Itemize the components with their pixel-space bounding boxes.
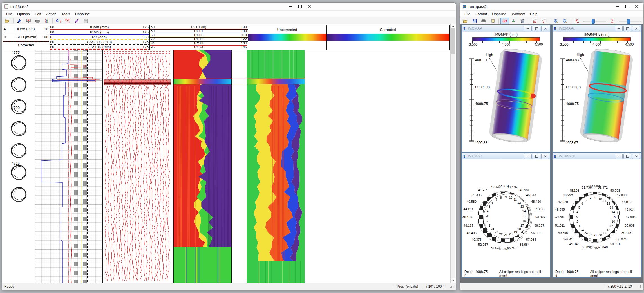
pipe-3d[interactable]	[488, 47, 543, 144]
child-minimize-button[interactable]	[615, 26, 623, 31]
print-log-button[interactable]	[33, 17, 42, 24]
top-log-button[interactable]: TOP	[63, 17, 72, 24]
pan-y-button[interactable]: Y	[608, 18, 617, 24]
scroll-up-button[interactable]	[451, 24, 455, 29]
imgmapc-3d-window: IMGMAPc IMGMAPc (mm) 3.500 4.000 4.500	[552, 25, 642, 153]
child-minimize-button[interactable]	[524, 26, 532, 31]
finger-number: 4	[487, 209, 488, 213]
screen-display-button[interactable]	[24, 17, 33, 24]
print-button[interactable]	[479, 18, 488, 24]
texture-button[interactable]	[509, 18, 518, 24]
mesh-button[interactable]	[518, 18, 527, 24]
menu-edit[interactable]: Edit	[32, 11, 44, 17]
menu-unpause[interactable]: Unpause	[73, 11, 92, 17]
radius-value: 41.235	[478, 188, 488, 192]
close-icon	[635, 5, 638, 8]
radius-value: 51.256	[534, 207, 544, 211]
rotate-xy-button[interactable]: XY	[531, 18, 539, 24]
finger-trace	[150, 56, 156, 281]
pipe-3d-plot[interactable]: High 4687.11 Depth (ft) 4688.75 4690.38	[462, 46, 549, 148]
finger-number: 2	[487, 219, 488, 222]
zoom-out-button[interactable]	[561, 18, 569, 24]
child-minimize-button[interactable]	[524, 154, 532, 159]
pipe-3d-plot[interactable]: High 4683.83 Depth (ft) 4688.75 4693.67	[553, 46, 640, 148]
close-button[interactable]	[305, 3, 314, 10]
child-close-button[interactable]	[632, 154, 640, 159]
child-close-button[interactable]	[632, 26, 640, 31]
annotate-button[interactable]	[72, 17, 81, 24]
finger-trace	[137, 56, 140, 281]
child-titlebar[interactable]: IMGMAPc	[553, 153, 641, 160]
save-button[interactable]	[81, 17, 90, 24]
x-slider-thumb[interactable]	[592, 19, 595, 24]
tick-label: 4.500	[625, 43, 634, 46]
depth-label: 4700	[12, 106, 20, 110]
finger-number: 12	[517, 201, 521, 204]
zoom-in-button[interactable]	[552, 18, 560, 24]
rotate-z-button[interactable]: Z	[540, 18, 548, 24]
maximize-button[interactable]	[622, 3, 632, 10]
child-title: IMGMAPc	[559, 154, 614, 158]
y-slider-thumb[interactable]	[627, 19, 630, 24]
pan-x-button[interactable]: X	[573, 18, 581, 24]
child-restore-button[interactable]	[533, 154, 540, 159]
depth-shift-button[interactable]: C	[54, 17, 63, 24]
x-rotation-slider[interactable]	[583, 21, 606, 22]
child-titlebar[interactable]: IMGMAP	[462, 153, 550, 160]
curve-display-button[interactable]	[42, 17, 51, 24]
erase-log-button[interactable]	[15, 17, 24, 24]
depth-axis-label: Depth (ft)	[475, 85, 490, 89]
caliper-section-plot: 149.896251.011352.526449.855547.020646.2…	[553, 159, 640, 264]
save-icon	[84, 19, 88, 23]
child-restore-button[interactable]	[533, 26, 540, 31]
y-rotation-slider[interactable]	[619, 21, 641, 22]
3d-view-toggle[interactable]: 3D	[500, 18, 509, 24]
save-button[interactable]	[470, 18, 479, 24]
child-restore-button[interactable]	[623, 26, 631, 31]
log-scrollbar[interactable]	[450, 24, 455, 283]
tick-label: 3.500	[469, 43, 478, 46]
maximize-button[interactable]	[295, 3, 305, 10]
child-restore-button[interactable]	[623, 154, 631, 159]
header-row: 4IDAV (mm)10	[3, 25, 49, 33]
section-footer: Depth: 4688.75 ft All caliper readings a…	[462, 271, 550, 276]
minimize-button[interactable]	[613, 3, 622, 10]
menu-window[interactable]: Window	[509, 11, 527, 17]
open-file-button[interactable]	[3, 17, 12, 24]
open-file-button[interactable]	[461, 18, 470, 24]
toolbar-separator	[550, 19, 550, 24]
menu-help[interactable]: Help	[527, 11, 540, 17]
menu-unpause[interactable]: Unpause	[489, 11, 509, 17]
radius-value: 49.896	[558, 231, 568, 234]
child-close-button[interactable]	[541, 26, 549, 31]
minimize-button[interactable]	[286, 3, 295, 10]
menu-file[interactable]: File	[4, 11, 15, 17]
menu-tools[interactable]: Tools	[59, 11, 72, 17]
scroll-thumb[interactable]	[451, 29, 455, 54]
child-close-button[interactable]	[541, 154, 549, 159]
3d-view-uncorrected[interactable]: IMGMAP (mm) 3.500 4.000 4.500	[462, 32, 550, 152]
menu-action[interactable]: Action	[44, 11, 59, 17]
copy-page-button[interactable]	[488, 18, 497, 24]
depth-label: 4675	[12, 50, 20, 55]
scroll-down-button[interactable]	[451, 278, 455, 283]
menu-options[interactable]: Options	[15, 11, 32, 17]
radius-value: 48.914	[625, 208, 635, 211]
pipe-3d[interactable]	[579, 47, 634, 144]
menu-format[interactable]: Format	[473, 11, 489, 17]
close-button[interactable]	[632, 3, 641, 10]
scale-right: 125	[142, 30, 149, 34]
child-minimize-button[interactable]	[615, 154, 623, 159]
resize-grip[interactable]	[638, 285, 641, 288]
3d-view-corrected[interactable]: IMGMAPc (mm) 3.500 4.000 4.500	[553, 32, 641, 152]
child-titlebar[interactable]: IMGMAP	[462, 25, 550, 32]
right-menubar: File Format Unpause Window Help	[460, 11, 643, 17]
right-titlebar[interactable]: run1/pass2	[460, 3, 643, 11]
finger-number: 24	[491, 227, 494, 231]
left-titlebar[interactable]: run1/pass2	[2, 3, 456, 11]
resize-grip[interactable]	[450, 285, 453, 288]
radius-value: 50.051	[610, 242, 620, 246]
finger-number: 6	[492, 201, 493, 204]
menu-file[interactable]: File	[462, 11, 473, 17]
child-titlebar[interactable]: IMGMAPc	[553, 25, 641, 32]
